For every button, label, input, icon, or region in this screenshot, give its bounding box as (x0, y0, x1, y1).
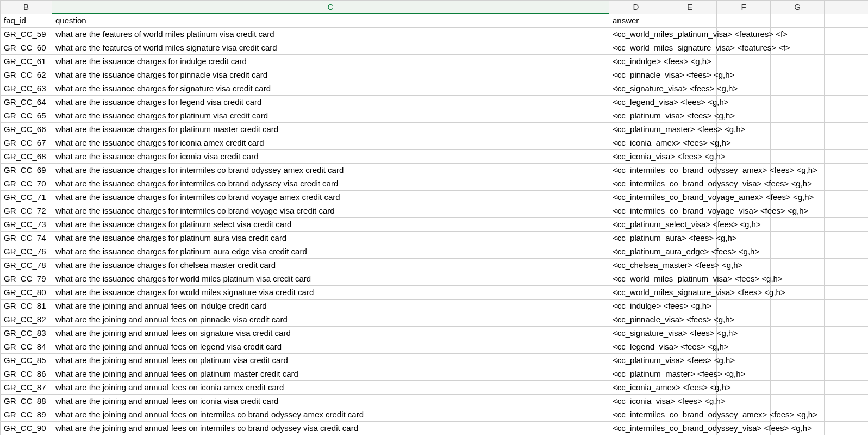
cell[interactable] (771, 367, 825, 380)
cell[interactable]: GR_CC_80 (1, 285, 52, 299)
cell[interactable]: GR_CC_88 (1, 394, 52, 408)
col-header-C[interactable]: C (52, 1, 609, 14)
cell[interactable]: what are the issuance charges for interm… (52, 163, 609, 177)
cell[interactable]: <cc_signature_visa> <fees> <g,h> (609, 82, 663, 95)
cell[interactable]: <cc_platinum_aura_edge> <fees> <g,h> (609, 245, 663, 258)
cell[interactable] (825, 313, 869, 326)
cell[interactable] (771, 340, 825, 353)
cell[interactable]: what are the issuance charges for iconia… (52, 149, 609, 163)
cell[interactable]: what are the issuance charges for platin… (52, 109, 609, 122)
cell[interactable]: <cc_indulge> <fees> <g,h> (609, 54, 663, 68)
cell[interactable]: GR_CC_87 (1, 380, 52, 394)
cell[interactable] (771, 14, 825, 27)
cell[interactable] (825, 245, 869, 258)
cell[interactable]: question (52, 14, 609, 27)
cell[interactable]: GR_CC_67 (1, 136, 52, 149)
cell[interactable]: GR_CC_89 (1, 408, 52, 421)
cell[interactable]: <cc_platinum_visa> <fees> <g,h> (609, 109, 663, 122)
cell[interactable] (825, 190, 869, 204)
cell[interactable]: what are the joining and annual fees on … (52, 367, 609, 380)
cell[interactable]: <cc_world_miles_signature_visa> <feature… (609, 41, 663, 54)
cell[interactable] (771, 245, 825, 258)
cell[interactable]: what are the joining and annual fees on … (52, 353, 609, 367)
cell[interactable]: GR_CC_69 (1, 163, 52, 177)
cell[interactable] (825, 231, 869, 245)
col-header-D[interactable]: D (609, 1, 663, 14)
cell[interactable] (771, 231, 825, 245)
cell[interactable] (825, 285, 869, 299)
cell[interactable]: <cc_legend_visa> <fees> <g,h> (609, 95, 663, 109)
cell[interactable]: what are the issuance charges for world … (52, 272, 609, 285)
cell[interactable] (825, 27, 869, 41)
cell[interactable]: <cc_platinum_visa> <fees> <g,h> (609, 353, 663, 367)
cell[interactable]: what are the features of world miles sig… (52, 41, 609, 54)
cell[interactable]: <cc_signature_visa> <fees> <g,h> (609, 326, 663, 340)
cell[interactable]: <cc_indulge> <fees> <g,h> (609, 299, 663, 313)
cell[interactable]: GR_CC_86 (1, 367, 52, 380)
cell[interactable]: what are the features of world miles pla… (52, 27, 609, 41)
col-header-tail[interactable] (825, 1, 869, 14)
cell[interactable]: GR_CC_82 (1, 313, 52, 326)
cell[interactable]: what are the issuance charges for platin… (52, 231, 609, 245)
cell[interactable] (825, 258, 869, 272)
cell[interactable]: GR_CC_78 (1, 258, 52, 272)
cell[interactable] (771, 95, 825, 109)
cell[interactable]: GR_CC_61 (1, 54, 52, 68)
cell[interactable]: what are the issuance charges for pinnac… (52, 68, 609, 82)
cell[interactable]: what are the joining and annual fees on … (52, 299, 609, 313)
cell[interactable]: <cc_iconia_visa> <fees> <g,h> (609, 149, 663, 163)
cell[interactable]: what are the issuance charges for interm… (52, 204, 609, 217)
cell[interactable] (717, 299, 771, 313)
cell[interactable] (717, 14, 771, 27)
cell[interactable]: <cc_platinum_master> <fees> <g,h> (609, 122, 663, 136)
cell[interactable]: <cc_intermiles_co_brand_voyage_amex> <fe… (609, 190, 663, 204)
cell[interactable]: what are the joining and annual fees on … (52, 313, 609, 326)
cell[interactable]: GR_CC_71 (1, 190, 52, 204)
cell[interactable]: what are the issuance charges for interm… (52, 177, 609, 190)
cell[interactable] (825, 41, 869, 54)
cell[interactable]: what are the joining and annual fees on … (52, 380, 609, 394)
cell[interactable] (771, 313, 825, 326)
cell[interactable]: what are the issuance charges for chelse… (52, 258, 609, 272)
cell[interactable]: what are the issuance charges for legend… (52, 95, 609, 109)
cell[interactable]: <cc_platinum_master> <fees> <g,h> (609, 367, 663, 380)
cell[interactable]: <cc_iconia_amex> <fees> <g,h> (609, 380, 663, 394)
cell[interactable] (825, 272, 869, 285)
cell[interactable]: <cc_iconia_visa> <fees> <g,h> (609, 394, 663, 408)
cell[interactable] (825, 408, 869, 421)
cell[interactable] (663, 14, 717, 27)
cell[interactable]: what are the issuance charges for platin… (52, 217, 609, 231)
cell[interactable] (771, 380, 825, 394)
cell[interactable]: what are the issuance charges for platin… (52, 122, 609, 136)
col-header-E[interactable]: E (663, 1, 717, 14)
cell[interactable]: answer (609, 14, 663, 27)
cell[interactable]: GR_CC_59 (1, 27, 52, 41)
cell[interactable]: <cc_pinnacle_visa> <fees> <g,h> (609, 68, 663, 82)
cell[interactable] (825, 326, 869, 340)
cell[interactable]: GR_CC_65 (1, 109, 52, 122)
cell[interactable]: GR_CC_81 (1, 299, 52, 313)
cell[interactable]: what are the issuance charges for signat… (52, 82, 609, 95)
cell[interactable]: faq_id (1, 14, 52, 27)
col-header-G[interactable]: G (771, 1, 825, 14)
cell[interactable]: <cc_chelsea_master> <fees> <g,h> (609, 258, 663, 272)
cell[interactable]: <cc_intermiles_co_brand_odyssey_amex> <f… (609, 163, 663, 177)
cell[interactable]: <cc_intermiles_co_brand_odyssey_amex> <f… (609, 408, 663, 421)
cell[interactable]: <cc_world_miles_signature_visa> <fees> <… (609, 285, 663, 299)
cell[interactable] (771, 136, 825, 149)
cell[interactable] (771, 353, 825, 367)
cell[interactable] (771, 82, 825, 95)
cell[interactable] (771, 109, 825, 122)
cell[interactable] (825, 163, 869, 177)
cell[interactable]: what are the joining and annual fees on … (52, 408, 609, 421)
cell[interactable]: GR_CC_85 (1, 353, 52, 367)
cell[interactable]: GR_CC_66 (1, 122, 52, 136)
cell[interactable]: <cc_iconia_amex> <fees> <g,h> (609, 136, 663, 149)
cell[interactable] (825, 380, 869, 394)
cell[interactable] (825, 149, 869, 163)
cell[interactable]: GR_CC_63 (1, 82, 52, 95)
cell[interactable] (771, 122, 825, 136)
cell[interactable]: <cc_pinnacle_visa> <fees> <g,h> (609, 313, 663, 326)
cell[interactable]: GR_CC_62 (1, 68, 52, 82)
cell[interactable] (825, 177, 869, 190)
